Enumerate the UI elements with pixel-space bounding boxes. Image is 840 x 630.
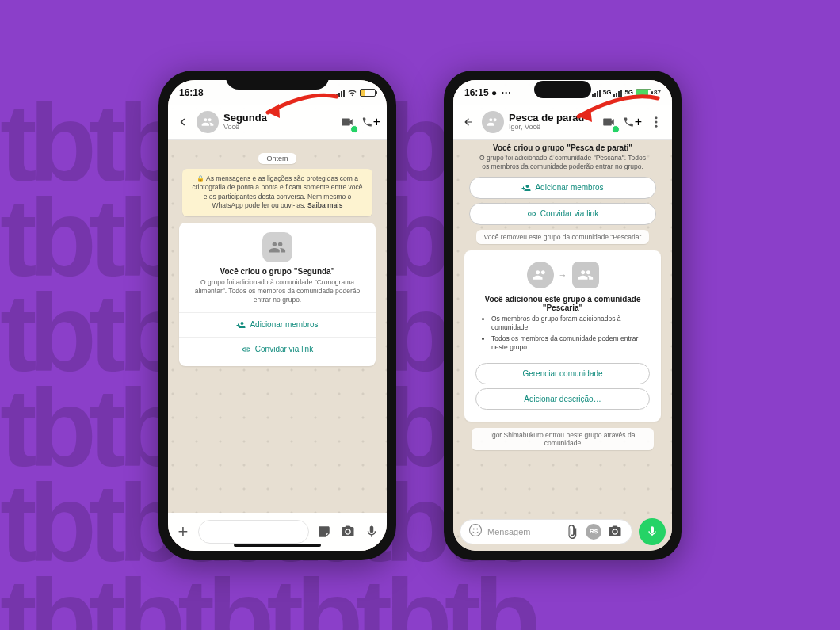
camera-button[interactable] [606,523,624,540]
add-description-button[interactable]: Adicionar descrição… [475,388,650,410]
back-button[interactable] [460,113,477,131]
status-time: 16:15 [464,87,489,98]
annotation-arrow [254,93,341,136]
svg-point-6 [476,528,478,529]
mic-fab[interactable] [639,518,666,545]
payment-button[interactable]: R$ [586,524,601,540]
card-body: O grupo foi adicionado à comunidade "Pes… [461,154,664,173]
add-members-button[interactable]: Adicionar membros [187,316,368,334]
add-members-button[interactable]: Adicionar membros [469,177,656,199]
date-pill: Ontem [258,153,296,164]
manage-community-button[interactable]: Gerenciar comunidade [475,363,650,384]
message-field[interactable]: Mensagem R$ [460,519,632,544]
plus-button[interactable]: + [174,523,192,540]
card-headline: Você criou o grupo "Pesca de parati" [461,143,664,152]
invite-link-button[interactable]: Convidar via link [187,341,368,358]
annotation-arrow [567,94,662,141]
emoji-button[interactable] [468,523,483,540]
community-icon [262,232,292,262]
svg-point-4 [470,524,482,536]
message-placeholder: Mensagem [487,527,559,536]
chat-area[interactable]: Ontem 🔒 As mensagens e as ligações são p… [168,140,387,513]
message-input-bar: Mensagem R$ [453,513,672,551]
invite-link-button[interactable]: Convidar via link [469,203,656,225]
back-button[interactable] [174,113,192,131]
community-badge-icon [350,125,358,133]
system-message: Igor Shimabukuro entrou neste grupo atra… [472,428,654,450]
chat-area[interactable]: Você criou o grupo "Pesca de parati" O g… [453,140,672,513]
lock-icon: 🔒 [197,175,204,182]
card-headline: Você criou o grupo "Segunda" [187,267,368,276]
phone-iphone: 16:18 Segunda Você [158,71,396,560]
phone-android: 16:15 ● ··· 5G 5G 87 Pesca de parati [444,71,682,560]
card-headline: Você adicionou este grupo à comunidade "… [472,295,653,312]
system-message: Você removeu este grupo da comunidade "P… [476,230,650,244]
arrow-right-icon: → [559,270,567,280]
svg-point-5 [473,528,475,529]
group-avatar[interactable] [197,111,219,133]
encryption-notice[interactable]: 🔒 As mensagens e as ligações são protegi… [182,169,372,216]
card-bullets: Os membros do grupo foram adicionados à … [472,315,653,352]
message-field[interactable] [198,520,309,544]
learn-more-link[interactable]: Saiba mais [307,201,342,209]
plus-badge: + [373,115,380,129]
status-indicators: ● ··· [491,87,512,98]
notch [226,71,329,90]
camera-button[interactable] [339,523,357,540]
home-indicator [234,544,321,547]
sticker-button[interactable] [315,523,333,540]
group-avatar[interactable] [482,111,504,133]
status-time: 16:18 [179,87,204,98]
card-body: O grupo foi adicionado à comunidade "Cro… [187,278,368,309]
group-to-community-icon: → [472,262,653,288]
wifi-icon [347,89,357,97]
voicecall-button[interactable]: + [361,113,380,132]
battery-icon [360,89,376,97]
mic-button[interactable] [363,523,380,540]
group-added-card: → Você adicionou este grupo à comunidade… [464,250,661,422]
group-created-card: Você criou o grupo "Segunda" O grupo foi… [179,223,376,366]
attach-button[interactable] [563,523,581,540]
